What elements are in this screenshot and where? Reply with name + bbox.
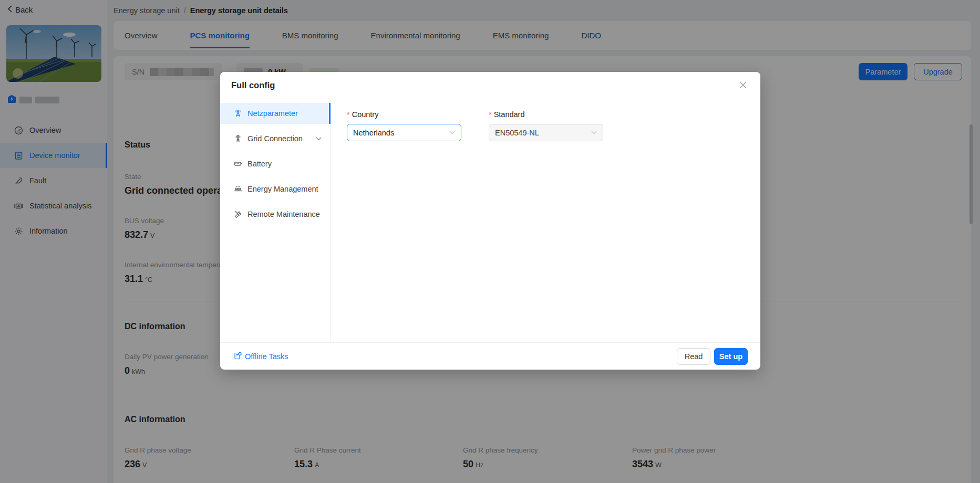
read-button[interactable]: Read [677,348,710,365]
standard-label: *Standard [489,110,603,119]
offline-tasks-link[interactable]: Offline Tasks [234,352,288,361]
modal-footer: Offline Tasks Read Set up [220,342,760,370]
battery-icon [234,160,242,168]
country-select[interactable]: Netherlands [347,124,461,141]
modal-nav-label: Energy Management [247,185,318,193]
standard-field: *Standard EN50549-NL [489,110,603,141]
modal-nav-energy-management[interactable]: Energy Management [220,178,330,200]
modal-nav-label: Battery [247,160,272,168]
netzparameter-form: *Country Netherlands *Standard EN50549- [331,100,760,342]
solar-panel-icon [234,185,242,193]
modal-nav: Netzparameter Grid Connection [220,100,331,342]
country-field: *Country Netherlands [347,110,461,141]
modal-nav-netzparameter[interactable]: Netzparameter [220,103,330,124]
signal-tower-icon [234,109,242,118]
field-label-text: Country [352,110,379,119]
standard-select-value: EN50549-NL [495,129,539,137]
offline-tasks-icon [234,352,242,361]
modal-nav-battery[interactable]: Battery [220,153,330,174]
chevron-down-icon [591,131,597,134]
modal-title: Full config [231,80,275,90]
standard-select[interactable]: EN50549-NL [489,124,603,141]
tools-icon [234,210,242,218]
chevron-down-icon [316,137,322,141]
full-config-modal: Full config Netzparameter [220,72,760,370]
required-asterisk: * [347,110,350,119]
setup-button[interactable]: Set up [714,348,748,365]
energy-storage-unit-details-page: Back [0,0,980,483]
modal-nav-remote-maintenance[interactable]: Remote Maintenance [220,204,330,225]
modal-nav-label: Netzparameter [247,109,298,118]
offline-tasks-label: Offline Tasks [245,352,288,361]
country-select-value: Netherlands [353,129,394,137]
modal-nav-label: Grid Connection [247,134,303,143]
modal-body: Netzparameter Grid Connection [220,100,760,342]
country-label: *Country [347,110,461,119]
transmission-tower-icon [234,134,242,143]
modal-nav-label: Remote Maintenance [247,210,320,218]
field-label-text: Standard [494,110,525,119]
chevron-down-icon [449,131,455,134]
required-asterisk: * [489,110,492,119]
modal-header: Full config [220,72,760,99]
modal-nav-grid-connection[interactable]: Grid Connection [220,128,330,149]
close-icon[interactable] [739,80,747,90]
